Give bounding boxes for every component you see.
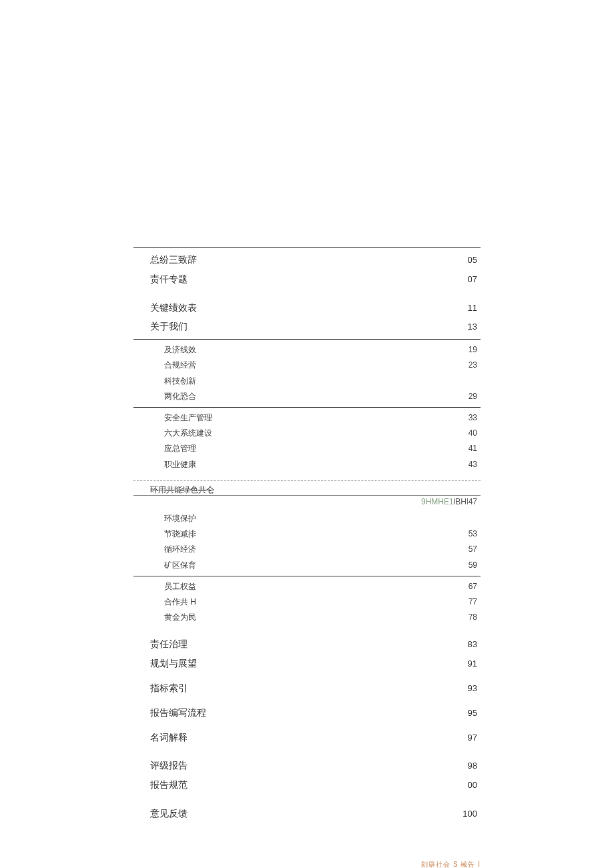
toc-section: 关键绩效表11关于我们13 [133, 296, 481, 340]
toc-row: 总纷三致辞05 [133, 250, 481, 270]
toc-page: 23 [469, 359, 481, 372]
toc-label: 指标索引 [133, 681, 188, 695]
toc-label: 报告编写流程 [133, 705, 206, 720]
toc-label: 责任治理 [133, 636, 188, 651]
toc-row: 职业健康43 [133, 457, 481, 472]
table-of-contents: 总纷三致辞05责仟专题07关键绩效表11关于我们13及济线效19合规经营23科技… [133, 247, 481, 826]
toc-page: 57 [469, 543, 481, 556]
toc-page: 29 [469, 390, 481, 403]
toc-row: 规划与展望91 [133, 654, 481, 673]
toc-row: 报告规范00 [133, 775, 481, 795]
toc-row: 责仟专题07 [133, 270, 481, 289]
toc-label: 合规经营 [133, 359, 196, 372]
toc-section: 评级报告98报告规范00 [133, 753, 481, 797]
toc-label: 员工权益 [133, 580, 196, 593]
toc-page: 77 [469, 596, 481, 608]
toc-page: 95 [468, 707, 481, 721]
toc-label: 黄金为民 [133, 611, 196, 624]
toc-row: 关键绩效表11 [133, 298, 481, 318]
toc-label: 应总管理 [133, 442, 196, 455]
toc-row: 合规经营23 [133, 358, 481, 373]
toc-section: 总纷三致辞05责仟专题07 [133, 247, 481, 292]
special-code: 9HMHE1lBHl47 [133, 495, 481, 508]
toc-page: 98 [468, 759, 481, 773]
toc-row: 黄金为民78 [133, 610, 481, 625]
toc-page: 13 [468, 320, 481, 334]
toc-row: 名词解释97 [133, 728, 481, 747]
toc-label: 意见反馈 [133, 806, 188, 821]
toc-row: 评级报告98 [133, 756, 481, 775]
toc-row: 环境保护 [133, 511, 481, 526]
toc-page: 05 [468, 254, 481, 268]
toc-label: 合作共 H [133, 596, 196, 608]
toc-row: 循环经济57 [133, 542, 481, 557]
toc-row: 关于我们13 [133, 317, 481, 336]
toc-section: 环境保护节骁减排53循环经济57矿区保育59 [133, 508, 481, 576]
toc-section: 员工权益67合作共 H77黄金为民78 [133, 576, 481, 628]
toc-row: 安全生产管理33 [133, 410, 481, 426]
toc-page: 53 [469, 528, 481, 540]
toc-row: 矿区保育59 [133, 558, 481, 573]
toc-page: 59 [469, 559, 481, 572]
toc-page: 43 [469, 458, 481, 471]
toc-page: 33 [469, 412, 481, 424]
toc-row: 指标索引93 [133, 679, 481, 698]
section-heading: 环用共能绿色共仑 [133, 480, 481, 496]
toc-row: 两化恐合29 [133, 389, 481, 404]
toc-label: 科技创新 [133, 375, 196, 388]
toc-label: 名词解释 [133, 730, 188, 745]
toc-row: 责任治理83 [133, 634, 481, 654]
toc-page: 19 [469, 344, 481, 356]
toc-row: 报告编写流程95 [133, 703, 481, 723]
toc-section: 责任治理83规划与展望91 [133, 632, 481, 676]
toc-label: 关键绩效表 [133, 300, 197, 315]
toc-row: 意见反馈100 [133, 804, 481, 823]
toc-section: 报告编写流程95 [133, 701, 481, 725]
toc-section: 名词解释97 [133, 725, 481, 750]
toc-label: 六大系统建设 [133, 427, 212, 440]
toc-row: 科技创新 [133, 374, 481, 389]
toc-page: 83 [468, 638, 481, 652]
toc-page: 00 [468, 779, 481, 793]
toc-label: 职业健康 [133, 458, 196, 471]
toc-page: 41 [469, 442, 481, 455]
toc-label: 关于我们 [133, 319, 188, 334]
toc-page: 67 [469, 580, 481, 593]
toc-label: 矿区保育 [133, 559, 196, 572]
toc-label: 总纷三致辞 [133, 252, 197, 267]
toc-label: 两化恐合 [133, 390, 196, 403]
toc-section: 指标索引93 [133, 676, 481, 701]
footer-note: 刻辟社会 S 械告 I [133, 859, 481, 868]
toc-page: 07 [468, 273, 481, 287]
toc-label: 责仟专题 [133, 272, 188, 286]
toc-row: 员工权益67 [133, 579, 481, 594]
toc-label: 节骁减排 [133, 528, 196, 540]
toc-row: 合作共 H77 [133, 594, 481, 610]
toc-page: 100 [463, 807, 481, 821]
toc-section: 意见反馈100 [133, 801, 481, 826]
toc-page: 11 [468, 302, 481, 316]
toc-label: 及济线效 [133, 344, 196, 356]
toc-row: 应总管理41 [133, 441, 481, 456]
toc-section: 及济线效19合规经营23科技创新两化恐合29 [133, 339, 481, 407]
toc-label: 评级报告 [133, 758, 188, 773]
toc-page: 91 [468, 657, 481, 671]
toc-page: 40 [469, 427, 481, 440]
toc-section: 安全生产管理33六大系统建设40应总管理41职业健康43 [133, 407, 481, 475]
toc-label: 循环经济 [133, 543, 196, 556]
toc-page: 93 [468, 682, 481, 696]
toc-row: 及济线效19 [133, 342, 481, 358]
toc-label: 规划与展望 [133, 656, 197, 671]
toc-row: 节骁减排53 [133, 526, 481, 542]
toc-label: 报告规范 [133, 777, 188, 792]
toc-label: 环境保护 [133, 512, 196, 525]
toc-row: 六大系统建设40 [133, 426, 481, 441]
toc-label: 安全生产管理 [133, 412, 212, 424]
toc-page: 97 [468, 731, 481, 745]
toc-page: 78 [469, 611, 481, 624]
